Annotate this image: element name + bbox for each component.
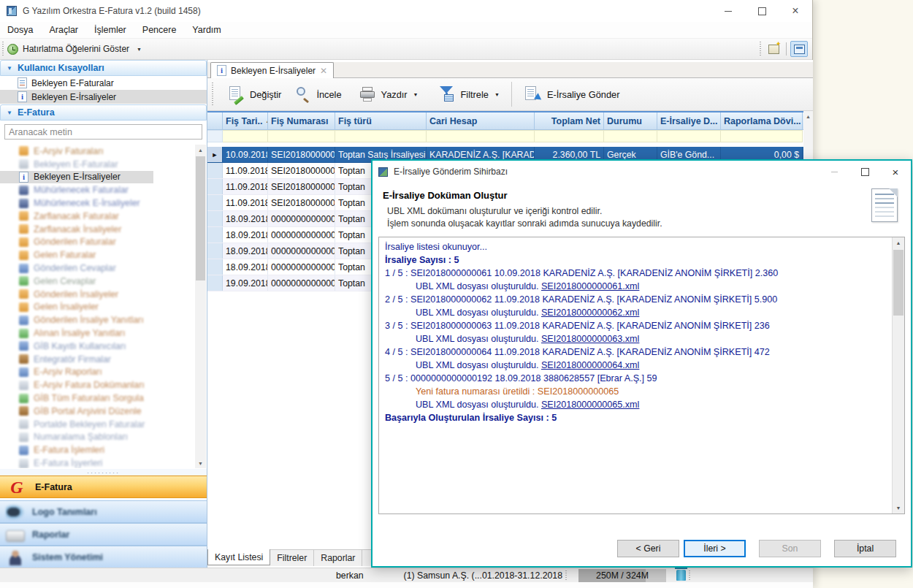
- back-button[interactable]: < Geri: [617, 540, 679, 557]
- search-input[interactable]: [4, 124, 202, 140]
- print-button[interactable]: Yazdır ▼: [352, 82, 424, 107]
- form-view-button[interactable]: [790, 41, 808, 57]
- tree-scrollbar[interactable]: ▲ ▼: [195, 145, 206, 468]
- xml-link[interactable]: SEI2018000000061.xml: [541, 281, 639, 291]
- chevron-down-icon[interactable]: ▼: [413, 92, 419, 97]
- chevron-down-icon[interactable]: ▼: [137, 47, 142, 52]
- tree-item[interactable]: E-Arşiv Raporları: [0, 366, 207, 379]
- scroll-up-icon[interactable]: ▲: [195, 145, 206, 155]
- tree-item[interactable]: Bekleyen E-Faturalar: [0, 158, 207, 171]
- scrollbar-thumb[interactable]: [893, 250, 904, 316]
- sidebar-splitter[interactable]: ·········: [0, 469, 207, 476]
- scroll-down-icon[interactable]: ▼: [893, 503, 904, 513]
- next-button[interactable]: İleri >: [684, 540, 746, 557]
- tree-item[interactable]: Mühürlenecek Faturalar: [0, 183, 207, 196]
- column-header-fis-numarasi[interactable]: Fiş Numarası: [268, 112, 335, 129]
- column-header-fis-turu[interactable]: Fiş türü: [335, 112, 427, 129]
- dialog-maximize-button[interactable]: [849, 161, 880, 183]
- column-header-eirsaliye-d[interactable]: E-İrsaliye D...: [657, 112, 721, 129]
- panel-sistem-yonetimi[interactable]: Sistem Yönetimi: [0, 546, 207, 568]
- add-layout-button[interactable]: [765, 41, 782, 57]
- xml-link[interactable]: SEI2018000000064.xml: [541, 360, 639, 370]
- close-button[interactable]: ×: [779, 0, 812, 22]
- tree-item[interactable]: E-Fatura İşyerleri: [0, 457, 207, 468]
- tab-bekleyen-eirsaliyeler[interactable]: Bekleyen E-İrsaliyeler ✕: [210, 62, 334, 78]
- panel-raporlar[interactable]: Raporlar: [0, 523, 207, 546]
- tree-item[interactable]: Gelen İrsaliyeler: [0, 301, 207, 314]
- edit-button[interactable]: Değiştir: [221, 82, 287, 107]
- column-header-fis-tarihi[interactable]: Fiş Tari..▲: [223, 112, 268, 129]
- tree-item[interactable]: Gelen Cevaplar: [0, 275, 207, 288]
- tree-item[interactable]: Gönderilen İrsaliye Yanıtları: [0, 313, 207, 327]
- memory-text: 250M / 324M: [578, 569, 666, 582]
- filter-cell[interactable]: [657, 130, 721, 142]
- filter-row: [207, 130, 803, 142]
- tree-item[interactable]: Gönderilen Faturalar: [0, 236, 207, 249]
- filter-cell[interactable]: [721, 130, 803, 142]
- tree-item[interactable]: Portalde Bekleyen Faturalar: [0, 418, 207, 431]
- tab-kayit-listesi[interactable]: Kayıt Listesi: [207, 549, 270, 565]
- filter-cell[interactable]: [535, 130, 604, 142]
- tree-item[interactable]: Gönderilen Cevaplar: [0, 261, 207, 275]
- filter-cell[interactable]: [268, 130, 335, 142]
- filter-cell[interactable]: [223, 130, 268, 142]
- xml-link[interactable]: SEI2018000000063.xml: [541, 334, 639, 344]
- chevron-down-icon[interactable]: ▼: [494, 92, 500, 97]
- menu-araclar[interactable]: Araçlar: [49, 25, 78, 35]
- filter-button[interactable]: Filtrele ▼: [432, 82, 505, 107]
- xml-link[interactable]: SEI2018000000062.xml: [541, 308, 639, 318]
- maximize-button[interactable]: [745, 0, 779, 22]
- tree-item-selected[interactable]: Bekleyen E-İrsaliyeler: [0, 171, 153, 184]
- panel-efatura[interactable]: G E-Fatura: [0, 476, 207, 498]
- column-header-raporlama-dovizi[interactable]: Raporlama Dövi...: [721, 112, 803, 129]
- tab-filtreler[interactable]: Filtreler: [270, 550, 314, 566]
- menu-dosya[interactable]: Dosya: [7, 25, 33, 35]
- tree-item[interactable]: GİB Tüm Faturaları Sorgula: [0, 392, 207, 405]
- tree-item[interactable]: Alınan İrsaliye Yanıtları: [0, 327, 207, 340]
- tree-item[interactable]: Gelen Faturalar: [0, 248, 207, 261]
- filter-cell[interactable]: [604, 130, 657, 142]
- scroll-up-icon[interactable]: ▲: [803, 111, 813, 121]
- inspect-button[interactable]: İncele: [287, 82, 347, 107]
- tree-item[interactable]: E-Fatura İşlemleri: [0, 443, 207, 457]
- column-header-toplam-net[interactable]: Toplam Net: [535, 112, 604, 129]
- scrollbar-thumb[interactable]: [196, 156, 205, 280]
- tree-item[interactable]: E-Arşiv Fatura Dokümanları: [0, 378, 207, 392]
- scroll-up-icon[interactable]: ▲: [893, 237, 904, 248]
- column-header-cari-hesap[interactable]: Cari Hesap: [427, 112, 535, 129]
- send-eirsaliye-button[interactable]: E-İrsaliye Gönder: [518, 82, 626, 107]
- shortcut-bekleyen-eirsaliyeler[interactable]: Bekleyen E-İrsaliyeler: [0, 90, 207, 104]
- app-icon: [7, 6, 17, 16]
- memory-gauge[interactable]: 250M / 324M: [578, 569, 666, 582]
- menu-pencere[interactable]: Pencere: [142, 25, 177, 35]
- tree-item[interactable]: Gönderilen İrsaliyeler: [0, 288, 207, 301]
- tree-item[interactable]: Numaralama Şablonları: [0, 431, 207, 444]
- tree-item[interactable]: GİB Kayıtlı Kullanıcıları: [0, 340, 207, 353]
- efatura-section-header[interactable]: ▼ E-Fatura: [0, 104, 207, 121]
- filter-cell[interactable]: [427, 130, 535, 142]
- column-header-durumu[interactable]: Durumu: [604, 112, 657, 129]
- log-scrollbar[interactable]: ▲ ▼: [892, 237, 904, 513]
- trash-icon[interactable]: [676, 570, 686, 581]
- shortcut-bekleyen-efaturalar[interactable]: Bekleyen E-Faturalar: [0, 76, 207, 90]
- filter-cell[interactable]: [335, 130, 427, 142]
- tree-item[interactable]: Entegratör Firmalar: [0, 353, 207, 366]
- tab-close-icon[interactable]: ✕: [320, 66, 327, 76]
- menu-yardim[interactable]: Yardım: [192, 25, 221, 35]
- cancel-button[interactable]: İptal: [834, 540, 896, 557]
- menu-islemler[interactable]: İşlemler: [94, 25, 126, 35]
- tree-item[interactable]: E-Arşiv Faturaları: [0, 145, 207, 158]
- reminder-toggle[interactable]: Hatırlatma Öğelerini Göster: [23, 44, 129, 54]
- shortcuts-section-header[interactable]: ▼ Kullanıcı Kısayolları: [0, 60, 207, 76]
- tab-raporlar[interactable]: Raporlar: [314, 550, 362, 566]
- panel-logo-tanimlari[interactable]: Logo Tanımları: [0, 500, 207, 523]
- tree-item[interactable]: Zarflanacak Faturalar: [0, 210, 207, 223]
- xml-link[interactable]: SEI2018000000065.xml: [541, 400, 639, 410]
- finish-button[interactable]: Son: [759, 540, 821, 557]
- minimize-button[interactable]: [711, 0, 745, 22]
- scroll-down-icon[interactable]: ▼: [195, 458, 206, 468]
- tree-item[interactable]: Zarflanacak İrsaliyeler: [0, 223, 207, 236]
- tree-item[interactable]: GİB Portal Arşivini Düzenle: [0, 405, 207, 418]
- tree-item[interactable]: Mühürlenecek E-İrsaliyeler: [0, 196, 207, 210]
- dialog-close-button[interactable]: ×: [880, 161, 911, 183]
